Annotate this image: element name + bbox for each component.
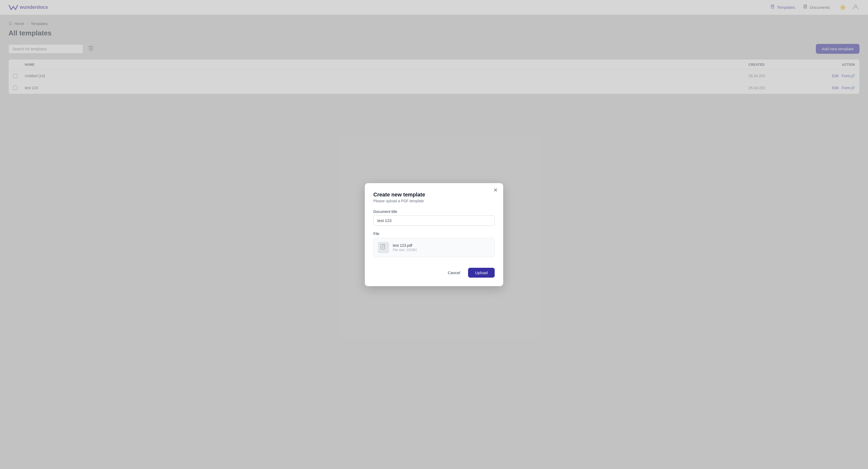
close-icon: ✕ xyxy=(493,187,498,193)
document-title-input[interactable] xyxy=(373,215,495,226)
file-info: test 123.pdf File size: 131562 xyxy=(393,243,417,252)
upload-button[interactable]: Upload xyxy=(468,268,495,277)
modal-footer: Cancel Upload xyxy=(373,268,495,277)
modal-overlay[interactable]: ✕ Create new template Please upload a PD… xyxy=(0,0,868,469)
modal-close-button[interactable]: ✕ xyxy=(493,187,498,193)
file-label: File xyxy=(373,232,495,236)
file-icon xyxy=(378,242,389,253)
file-name: test 123.pdf xyxy=(393,243,417,247)
cancel-button[interactable]: Cancel xyxy=(443,268,465,277)
modal-title: Create new template xyxy=(373,192,495,198)
create-template-modal: ✕ Create new template Please upload a PD… xyxy=(365,183,503,286)
file-preview: test 123.pdf File size: 131562 xyxy=(373,238,495,257)
modal-subtitle: Please upload a PDF template xyxy=(373,199,495,203)
document-title-label: Document title xyxy=(373,209,495,214)
file-size: File size: 131562 xyxy=(393,248,417,252)
